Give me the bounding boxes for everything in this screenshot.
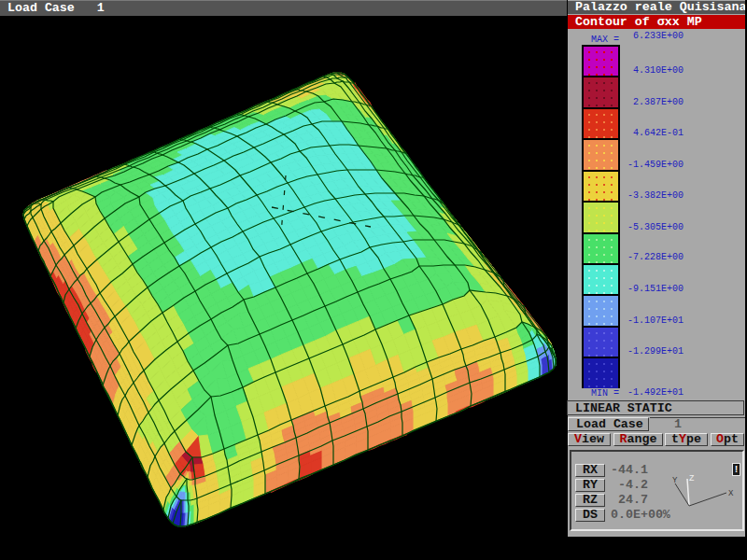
- svg-text:Z: Z: [689, 474, 695, 483]
- svg-text:Y: Y: [672, 476, 678, 485]
- svg-text:X: X: [728, 489, 734, 498]
